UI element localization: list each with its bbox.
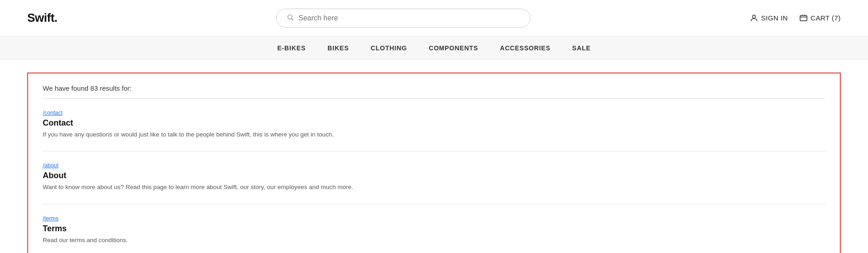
logo: Swift. — [27, 11, 57, 25]
result-url[interactable]: /terms — [43, 215, 825, 222]
result-title: Terms — [43, 224, 825, 234]
nav-item-accessories[interactable]: ACCESSORIES — [500, 44, 551, 52]
nav-item-sale[interactable]: SALE — [572, 44, 591, 52]
header: Swift. SIGN IN CART (7) — [0, 0, 868, 36]
cart-button[interactable]: CART (7) — [799, 14, 841, 23]
svg-line-1 — [292, 19, 293, 20]
sign-in-button[interactable]: SIGN IN — [749, 14, 788, 23]
svg-point-2 — [752, 15, 755, 18]
divider — [43, 204, 825, 204]
divider — [43, 151, 825, 151]
nav-item-bikes[interactable]: BIKES — [327, 44, 349, 52]
result-description: If you have any questions or would just … — [43, 130, 825, 139]
result-title: About — [43, 171, 825, 180]
result-item: /termsTermsRead our terms and conditions… — [43, 212, 825, 252]
result-url[interactable]: /about — [43, 162, 825, 169]
search-bar[interactable] — [276, 9, 531, 28]
nav-item-components[interactable]: COMPONENTS — [429, 44, 478, 52]
main-nav: E-BIKES BIKES CLOTHING COMPONENTS ACCESS… — [0, 36, 868, 60]
cart-label: CART (7) — [811, 14, 841, 22]
search-input[interactable] — [298, 14, 520, 22]
search-icon — [287, 14, 294, 23]
result-title: Contact — [43, 118, 825, 128]
main-content: We have found 83 results for: /contactCo… — [0, 60, 868, 253]
result-description: Want to know more about us? Read this pa… — [43, 183, 825, 192]
nav-item-ebikes[interactable]: E-BIKES — [277, 44, 306, 52]
sign-in-label: SIGN IN — [761, 14, 788, 22]
divider-top — [43, 98, 825, 99]
person-icon — [749, 14, 759, 23]
svg-point-0 — [288, 15, 292, 19]
results-summary: We have found 83 results for: — [43, 84, 825, 92]
result-item: /aboutAboutWant to know more about us? R… — [43, 159, 825, 199]
result-description: Read our terms and conditions. — [43, 236, 825, 245]
header-right: SIGN IN CART (7) — [749, 14, 841, 23]
result-url[interactable]: /contact — [43, 110, 825, 116]
results-box: We have found 83 results for: /contactCo… — [27, 73, 841, 253]
results-list: /contactContactIf you have any questions… — [43, 106, 825, 252]
result-item: /contactContactIf you have any questions… — [43, 106, 825, 146]
cart-icon — [799, 14, 808, 23]
nav-item-clothing[interactable]: CLOTHING — [371, 44, 407, 52]
svg-rect-3 — [800, 15, 807, 21]
